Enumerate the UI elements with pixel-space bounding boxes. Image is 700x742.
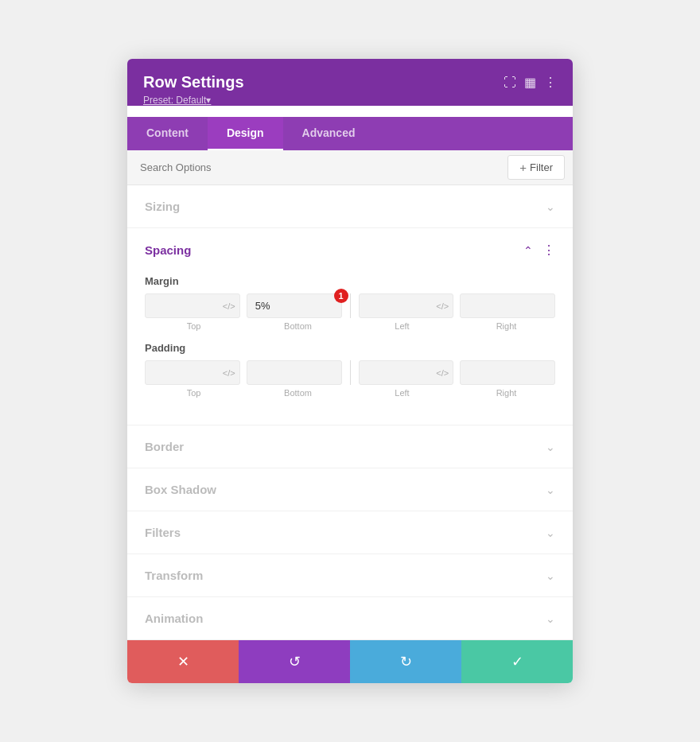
undo-icon: ↺ — [289, 653, 301, 670]
code-icon: </> — [436, 368, 449, 378]
redo-icon: ↻ — [400, 653, 412, 670]
section-filters: Filters ⌄ — [127, 511, 573, 554]
code-icon: </> — [223, 368, 235, 378]
padding-right-input[interactable] — [460, 360, 555, 385]
panel-footer: ✕ ↺ ↻ ✓ — [127, 640, 573, 683]
search-bar: + Filter — [127, 150, 573, 185]
panel-header: Row Settings ⛶ ▦ ⋮ Preset: Default▾ — [127, 59, 573, 106]
margin-top-label: Top — [145, 321, 243, 331]
margin-bottom-label: Bottom — [249, 321, 347, 331]
padding-inputs: </> </> — [145, 360, 555, 385]
margin-badge: 1 — [334, 289, 348, 303]
section-animation: Animation ⌄ — [127, 597, 573, 640]
field-divider — [350, 360, 351, 385]
padding-bottom-input[interactable] — [247, 360, 342, 385]
margin-inputs: </> 1 </> — [145, 293, 555, 318]
cancel-button[interactable]: ✕ — [127, 640, 239, 683]
padding-bottom-label: Bottom — [249, 388, 347, 398]
section-spacing: Spacing ⌃ ⋮ Margin </> — [127, 228, 573, 425]
margin-right-label: Right — [457, 321, 555, 331]
expand-icon[interactable]: ⛶ — [504, 76, 516, 90]
padding-right-label: Right — [457, 388, 555, 398]
spacing-fields: Margin </> 1 </> — [127, 275, 573, 425]
section-sizing-title: Sizing — [145, 200, 180, 213]
padding-label: Padding — [145, 342, 555, 354]
tab-content[interactable]: Content — [127, 117, 208, 150]
section-spacing-header[interactable]: Spacing ⌃ ⋮ — [127, 228, 573, 272]
chevron-down-icon: ⌄ — [546, 441, 555, 453]
layout-icon[interactable]: ▦ — [524, 75, 536, 90]
plus-icon: + — [519, 161, 527, 174]
section-border: Border ⌄ — [127, 425, 573, 468]
padding-right-box — [460, 360, 555, 385]
filter-button[interactable]: + Filter — [508, 155, 565, 180]
padding-top-box: </> — [145, 360, 240, 385]
section-animation-header[interactable]: Animation ⌄ — [127, 597, 573, 639]
margin-bottom-box: 1 — [247, 293, 342, 318]
chevron-down-icon: ⌄ — [546, 569, 555, 582]
filter-label: Filter — [530, 161, 553, 173]
margin-labels: Top Bottom Left Right — [145, 321, 555, 331]
undo-button[interactable]: ↺ — [239, 640, 350, 683]
padding-left-box: </> — [359, 360, 454, 385]
margin-right-box — [460, 293, 555, 318]
margin-top-box: </> — [145, 293, 240, 318]
padding-top-label: Top — [145, 388, 243, 398]
margin-left-box: </> — [359, 293, 454, 318]
chevron-down-icon: ⌄ — [546, 484, 555, 496]
section-filters-header[interactable]: Filters ⌄ — [127, 511, 573, 554]
spacing-menu-icon[interactable]: ⋮ — [542, 243, 555, 258]
section-box-shadow: Box Shadow ⌄ — [127, 468, 573, 511]
chevron-down-icon: ⌄ — [546, 612, 555, 625]
section-transform-header[interactable]: Transform ⌄ — [127, 554, 573, 596]
margin-bottom-input[interactable] — [247, 293, 342, 318]
section-transform-title: Transform — [145, 569, 203, 582]
tab-design[interactable]: Design — [208, 117, 283, 150]
search-input[interactable] — [127, 152, 500, 183]
section-border-header[interactable]: Border ⌄ — [127, 425, 573, 468]
margin-label: Margin — [145, 275, 555, 287]
section-box-shadow-title: Box Shadow — [145, 483, 216, 496]
code-icon: </> — [223, 301, 235, 311]
section-box-shadow-header[interactable]: Box Shadow ⌄ — [127, 468, 573, 511]
panel-title: Row Settings — [143, 73, 244, 91]
tab-advanced[interactable]: Advanced — [283, 117, 375, 150]
redo-button[interactable]: ↻ — [350, 640, 461, 683]
padding-left-label: Left — [353, 388, 451, 398]
code-icon: </> — [436, 301, 449, 311]
section-sizing-header[interactable]: Sizing ⌄ — [127, 185, 573, 227]
padding-labels: Top Bottom Left Right — [145, 388, 555, 398]
section-animation-title: Animation — [145, 612, 203, 625]
save-icon: ✓ — [511, 653, 523, 670]
margin-right-input[interactable] — [460, 293, 555, 318]
padding-bottom-box — [247, 360, 342, 385]
row-settings-panel: Row Settings ⛶ ▦ ⋮ Preset: Default▾ Cont… — [127, 59, 573, 683]
chevron-up-icon: ⌃ — [523, 244, 533, 257]
chevron-down-icon: ⌄ — [546, 200, 555, 213]
section-border-title: Border — [145, 440, 184, 453]
header-icons: ⛶ ▦ ⋮ — [504, 75, 557, 90]
more-icon[interactable]: ⋮ — [544, 75, 557, 90]
chevron-down-icon: ⌄ — [546, 526, 555, 539]
section-transform: Transform ⌄ — [127, 554, 573, 597]
section-spacing-title: Spacing — [145, 243, 191, 257]
cancel-icon: ✕ — [177, 653, 189, 670]
section-sizing: Sizing ⌄ — [127, 185, 573, 228]
margin-left-label: Left — [353, 321, 451, 331]
save-button[interactable]: ✓ — [461, 640, 573, 683]
tabs-bar: Content Design Advanced — [127, 117, 573, 150]
preset-label[interactable]: Preset: Default▾ — [143, 95, 557, 106]
panel-content: Sizing ⌄ Spacing ⌃ ⋮ Margin — [127, 185, 573, 640]
section-filters-title: Filters — [145, 526, 181, 539]
field-divider — [350, 293, 351, 318]
